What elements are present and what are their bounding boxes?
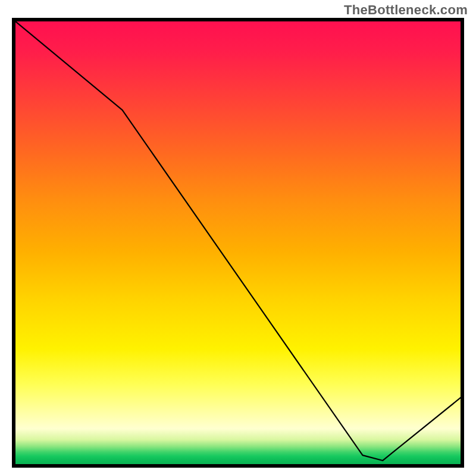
bottleneck-curve: [15, 21, 461, 464]
plot-frame: [12, 18, 464, 468]
plot-area: [15, 21, 461, 464]
watermark-text: TheBottleneck.com: [344, 2, 468, 18]
chart-container: TheBottleneck.com: [0, 0, 476, 476]
